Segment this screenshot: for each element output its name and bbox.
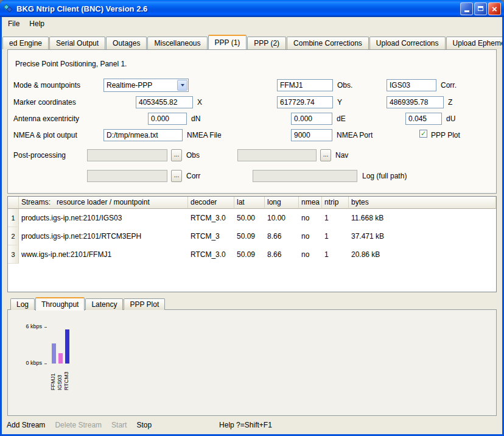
- chart-x-labels: FFMJ1 IGS03 RTCM3: [50, 367, 68, 390]
- marker-x-input[interactable]: [136, 96, 193, 108]
- bottom-tabbar: Log Throughput Latency PPP Plot: [7, 297, 497, 310]
- x-label: X: [197, 98, 202, 107]
- post-nav-label: Nav: [335, 151, 348, 160]
- chart-bar-rtcm3: [65, 329, 69, 364]
- cell-mountpoint: products.igs-ip.net:2101/IGS03: [19, 209, 188, 227]
- cell-ntrip: 1: [322, 245, 349, 264]
- tab-miscellaneous[interactable]: Miscellaneous: [147, 37, 207, 49]
- tab-ppp-2[interactable]: PPP (2): [247, 37, 286, 49]
- corr-label: Corr.: [441, 81, 457, 90]
- post-processing-label: Post-processing: [13, 151, 66, 160]
- col-header-ntrip[interactable]: ntrip: [322, 197, 349, 209]
- cell-bytes: 11.668 kB: [349, 209, 496, 227]
- cell-lat: 50.09: [234, 227, 265, 245]
- x-label-rtcm3: RTCM3: [63, 367, 68, 390]
- menu-file[interactable]: File: [3, 18, 24, 29]
- stream-row[interactable]: 2 products.igs-ip.net:2101/RTCM3EPH RTCM…: [8, 227, 496, 245]
- tab-feed-engine[interactable]: ed Engine: [2, 37, 49, 49]
- help-shortcut-label: Help ?=Shift+F1: [219, 421, 272, 429]
- tab-upload-ephemeris[interactable]: Upload Ephemeris: [446, 37, 502, 49]
- chart-bar-ffmj1: [52, 343, 56, 364]
- stream-row[interactable]: 3 www.igs-ip.net:2101/FFMJ1 RTCM_3.0 50.…: [8, 245, 496, 264]
- browse-corr-button[interactable]: ...: [171, 170, 182, 182]
- col-header-mountpoint[interactable]: Streams: resource loader / mountpoint: [19, 197, 188, 209]
- tab-serial-output[interactable]: Serial Output: [49, 37, 105, 49]
- nmea-port-input[interactable]: [291, 129, 332, 141]
- cell-ntrip: 1: [322, 227, 349, 245]
- col-header-long[interactable]: long: [265, 197, 299, 209]
- cell-long: 8.66: [265, 227, 299, 245]
- marker-coordinates-label: Marker coordinates: [13, 98, 76, 107]
- corr-mountpoint-input[interactable]: [387, 79, 436, 91]
- cell-lat: 50.09: [234, 245, 265, 264]
- row-number: 2: [8, 227, 19, 245]
- titlebar[interactable]: BKG Ntrip Client (BNC) Version 2.6 ×: [0, 0, 504, 17]
- tab-ppp-plot[interactable]: PPP Plot: [124, 298, 165, 310]
- chart-bars: [52, 327, 69, 364]
- cell-bytes: 37.471 kB: [349, 227, 496, 245]
- nmea-port-label: NMEA Port: [337, 131, 373, 139]
- antenna-du-input[interactable]: [405, 113, 442, 125]
- browse-obs-button[interactable]: ...: [171, 149, 182, 161]
- start-button[interactable]: Start: [111, 421, 127, 429]
- close-button[interactable]: ×: [488, 2, 501, 15]
- main-tabbar: ed Engine Serial Output Outages Miscella…: [2, 30, 502, 49]
- y-tick-label-min: 0 kbps: [15, 360, 42, 366]
- marker-z-input[interactable]: [387, 96, 444, 108]
- nmea-file-input[interactable]: [103, 129, 183, 141]
- app-icon: [4, 4, 13, 13]
- post-log-input[interactable]: [253, 170, 357, 182]
- tab-outages[interactable]: Outages: [106, 37, 147, 49]
- obs-mountpoint-input[interactable]: [277, 79, 333, 91]
- y-tick-mark: [44, 364, 47, 364]
- menubar: File Help: [2, 17, 502, 30]
- col-header-bytes[interactable]: bytes: [349, 197, 496, 209]
- obs-label: Obs.: [337, 81, 352, 90]
- marker-y-input[interactable]: [277, 96, 333, 108]
- minimize-icon: [464, 10, 469, 12]
- y-tick-label-max: 6 kbps: [15, 323, 42, 329]
- ppp-plot-label: PPP Plot: [431, 131, 460, 139]
- y-label: Y: [337, 98, 342, 107]
- cell-lat: 50.00: [234, 209, 265, 227]
- mode-label: Mode & mountpoints: [13, 81, 80, 90]
- antenna-dn-input[interactable]: [148, 113, 187, 125]
- col-header-lat[interactable]: lat: [234, 197, 265, 209]
- z-label: Z: [448, 98, 452, 107]
- post-obs-label: Obs: [186, 151, 200, 160]
- minimize-button[interactable]: [460, 2, 473, 15]
- dn-label: dN: [191, 114, 200, 123]
- tab-latency[interactable]: Latency: [85, 298, 123, 310]
- stream-row[interactable]: 1 products.igs-ip.net:2101/IGS03 RTCM_3.…: [8, 209, 496, 227]
- tab-throughput[interactable]: Throughput: [35, 297, 85, 311]
- ppp-plot-checkbox[interactable]: ✓: [419, 130, 427, 138]
- tab-combine-corrections[interactable]: Combine Corrections: [287, 37, 369, 49]
- tab-log[interactable]: Log: [10, 298, 35, 310]
- tab-ppp-1[interactable]: PPP (1): [208, 35, 247, 49]
- maximize-button[interactable]: [474, 2, 487, 15]
- window-title: BKG Ntrip Client (BNC) Version 2.6: [16, 4, 460, 13]
- col-header-decoder[interactable]: decoder: [188, 197, 234, 209]
- cell-decoder: RTCM_3: [188, 227, 234, 245]
- streams-header-row: Streams: resource loader / mountpoint de…: [8, 197, 496, 209]
- client-area: File Help ed Engine Serial Output Outage…: [2, 17, 502, 434]
- post-nav-input[interactable]: [237, 149, 317, 161]
- tab-upload-corrections[interactable]: Upload Corrections: [369, 37, 446, 49]
- col-header-nmea[interactable]: nmea: [299, 197, 322, 209]
- maximize-icon: [478, 6, 483, 11]
- antenna-de-input[interactable]: [291, 113, 332, 125]
- post-obs-input[interactable]: [87, 149, 167, 161]
- add-stream-button[interactable]: Add Stream: [7, 421, 45, 429]
- post-corr-input[interactable]: [87, 170, 167, 182]
- browse-nav-button[interactable]: ...: [320, 149, 331, 161]
- delete-stream-button[interactable]: Delete Stream: [55, 421, 102, 429]
- throughput-chart: 6 kbps 0 kbps FFMJ1 IGS03 RTCM3: [7, 309, 497, 416]
- row-number: 1: [8, 209, 19, 227]
- menu-help[interactable]: Help: [24, 18, 49, 29]
- stop-button[interactable]: Stop: [136, 421, 152, 429]
- du-label: dU: [446, 114, 455, 123]
- dropdown-arrow-icon[interactable]: [177, 80, 187, 91]
- close-icon: ×: [492, 3, 497, 15]
- de-label: dE: [337, 114, 346, 123]
- mode-combobox[interactable]: Realtime-PPP: [103, 79, 189, 92]
